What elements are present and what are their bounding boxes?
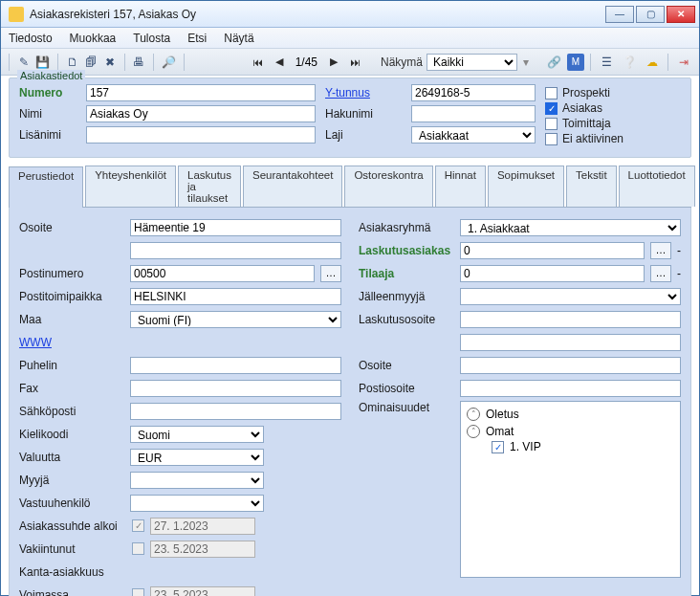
menu-tulosta[interactable]: Tulosta (133, 32, 170, 45)
postinumero-label: Postinumero (19, 267, 124, 280)
new-icon[interactable]: 🗋 (66, 53, 79, 72)
save-icon[interactable]: 💾 (35, 53, 50, 72)
nav-next-icon[interactable]: ▶ (325, 54, 342, 71)
hakunimi-input[interactable] (411, 105, 536, 122)
nav-first-icon[interactable]: ⏮ (250, 54, 267, 71)
laskutusosoite-input[interactable] (460, 311, 681, 328)
nav-prev-icon[interactable]: ◀ (271, 54, 288, 71)
puhelin-input[interactable] (130, 357, 341, 374)
tilaaja-label: Tilaaja (359, 267, 454, 280)
chevron-up-icon[interactable]: ˄ (467, 425, 480, 438)
postiosoite-input[interactable] (460, 380, 681, 397)
maximize-button[interactable]: ▢ (636, 6, 665, 23)
view-select[interactable]: Kaikki (427, 54, 517, 71)
osoite-input[interactable] (130, 219, 341, 236)
titlebar: Asiakasrekisteri 157, Asiakas Oy — ▢ ✕ (1, 1, 699, 28)
jalleenmyyja-select[interactable] (460, 288, 681, 305)
left-column: Osoite Postinumero… Postitoimipaikka Maa… (19, 217, 341, 596)
tree-omat[interactable]: Omat (486, 425, 514, 438)
ominaisuudet-tree[interactable]: ˄Oletus ˄Omat ✓1. VIP (460, 401, 681, 578)
minimize-button[interactable]: — (605, 6, 634, 23)
help-icon[interactable]: ❔ (620, 53, 639, 72)
tree-oletus[interactable]: Oletus (486, 408, 519, 421)
tree-vip[interactable]: 1. VIP (510, 440, 541, 453)
postinumero-input[interactable] (130, 265, 315, 282)
asuhde-date[interactable] (150, 518, 255, 535)
asiakas-label: Asiakas (562, 101, 602, 115)
menubar: Tiedosto Muokkaa Tulosta Etsi Näytä (1, 28, 699, 49)
asiakas-checkbox[interactable]: ✓ (545, 102, 558, 115)
nav-last-icon[interactable]: ⏭ (346, 54, 363, 71)
close-button[interactable]: ✕ (667, 6, 695, 23)
link-icon[interactable]: 🔗 (544, 53, 563, 72)
tab-seuranta[interactable]: Seurantakohteet (243, 166, 342, 207)
view-dropdown-icon[interactable]: ▾ (523, 55, 529, 69)
postitoimipaikka-input[interactable] (130, 288, 341, 305)
sahkoposti-input[interactable] (130, 403, 341, 420)
r-osoite-input[interactable] (460, 357, 681, 374)
tab-sopimukset[interactable]: Sopimukset (488, 166, 564, 207)
fax-input[interactable] (130, 380, 341, 397)
numero-input[interactable] (86, 84, 316, 101)
vakiintunut-date[interactable] (150, 541, 255, 558)
prospekti-checkbox[interactable] (545, 87, 558, 99)
tab-luottotiedot[interactable]: Luottotiedot (619, 166, 695, 207)
ytunnus-input[interactable] (411, 84, 536, 101)
list-icon[interactable]: ☰ (597, 53, 616, 72)
vip-checkbox[interactable]: ✓ (492, 441, 504, 453)
tilaaja-input[interactable] (460, 265, 645, 282)
tab-ostoreskontra[interactable]: Ostoreskontra (344, 166, 432, 207)
valuutta-select[interactable]: EUR (130, 449, 264, 466)
sahkoposti-label: Sähköposti (19, 405, 124, 418)
nimi-input[interactable] (86, 105, 316, 122)
ei-aktiivinen-label: Ei aktiivinen (562, 132, 623, 145)
tab-hinnat[interactable]: Hinnat (435, 166, 486, 207)
laji-select[interactable]: Asiakkaat (411, 126, 536, 143)
module-icon[interactable]: M (567, 54, 584, 71)
menu-tiedosto[interactable]: Tiedosto (9, 32, 53, 45)
edit-icon[interactable]: ✎ (17, 53, 31, 72)
tab-perustiedot[interactable]: Perustiedot (9, 166, 83, 208)
maa-select[interactable]: Suomi (FI) (130, 311, 341, 328)
menu-muokkaa[interactable]: Muokkaa (70, 32, 117, 45)
laskutusasiakas-lookup-button[interactable]: … (650, 242, 671, 259)
fax-label: Fax (19, 382, 124, 395)
vakiintunut-checkbox[interactable] (132, 542, 144, 555)
exit-icon[interactable]: ⇥ (674, 53, 693, 72)
ytunnus-label[interactable]: Y-tunnus (325, 86, 402, 99)
laskutusasiakas-input[interactable] (460, 242, 645, 259)
tab-yhteyshenkilot[interactable]: Yhteyshenkilöt (85, 166, 176, 207)
copy-icon[interactable]: 🗐 (85, 53, 98, 72)
jalleenmyyja-label: Jälleenmyyjä (359, 290, 454, 303)
kielikoodi-select[interactable]: Suomi (130, 426, 264, 443)
laskutusasiakas-label: Laskutusasiakas (359, 244, 454, 257)
chevron-up-icon[interactable]: ˄ (467, 408, 480, 421)
asiakasryhma-select[interactable]: 1. Asiakkaat (460, 219, 681, 236)
postinumero-lookup-button[interactable]: … (320, 265, 341, 282)
delete-icon[interactable]: ✖ (103, 53, 117, 72)
tilaaja-lookup-button[interactable]: … (650, 265, 671, 282)
tabs: Perustiedot Yhteyshenkilöt Laskutus ja t… (9, 166, 691, 208)
cloud-icon[interactable]: ☁ (643, 53, 662, 72)
tab-laskutus[interactable]: Laskutus ja tilaukset (178, 166, 241, 207)
laskutusosoite2-input[interactable] (460, 334, 681, 351)
toimittaja-checkbox[interactable] (545, 118, 558, 130)
search-icon[interactable]: 🔎 (162, 53, 176, 72)
voimassa-date[interactable] (150, 586, 255, 597)
voimassa-checkbox[interactable] (132, 588, 144, 596)
laskutusosoite-label: Laskutusosoite (359, 313, 454, 326)
print-icon[interactable]: 🖶 (133, 53, 146, 72)
myyja-select[interactable] (130, 472, 264, 489)
osoite2-input[interactable] (130, 242, 341, 259)
menu-nayta[interactable]: Näytä (224, 32, 253, 45)
menu-etsi[interactable]: Etsi (187, 32, 207, 45)
asuhde-checkbox[interactable]: ✓ (132, 519, 144, 532)
ei-aktiivinen-checkbox[interactable] (545, 133, 558, 145)
www-label[interactable]: WWW (19, 336, 124, 349)
vastuu-select[interactable] (130, 495, 264, 512)
hakunimi-label: Hakunimi (325, 107, 402, 121)
tab-body: Osoite Postinumero… Postitoimipaikka Maa… (9, 208, 691, 596)
voimassa-label: Voimassa (19, 588, 124, 597)
tab-tekstit[interactable]: Tekstit (566, 166, 617, 207)
lisanimi-input[interactable] (86, 126, 316, 143)
